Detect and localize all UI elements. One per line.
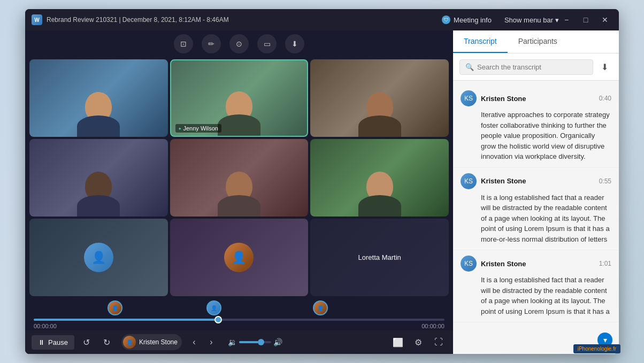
video-grid: ● Jenny Wilson bbox=[25, 57, 453, 298]
search-input-wrapper: 🔍 bbox=[459, 59, 593, 75]
face-body-4 bbox=[77, 195, 120, 217]
watermark-suffix: nologie.fr bbox=[594, 346, 616, 352]
active-dot: ● bbox=[179, 126, 181, 131]
volume-down-icon[interactable]: 🔉 bbox=[228, 338, 237, 346]
transcript-text-2: It is a long established fact that a rea… bbox=[481, 192, 611, 245]
video-feed-1 bbox=[29, 59, 168, 137]
tab-transcript[interactable]: Transcript bbox=[453, 30, 508, 53]
time-row: 00:00:00 00:00:00 bbox=[25, 322, 453, 330]
video-cell-3 bbox=[310, 59, 449, 137]
rewind-button[interactable]: ↺ bbox=[79, 334, 95, 350]
progress-row[interactable] bbox=[25, 318, 453, 322]
video-cell-7: 👤 bbox=[29, 219, 168, 296]
title-bar-right: − □ ✕ bbox=[559, 14, 612, 25]
transcript-speaker-1: Kristen Stone bbox=[481, 95, 595, 103]
transcript-header-2: KS Kristen Stone 0:55 bbox=[461, 173, 611, 189]
transcript-avatar-3: KS bbox=[461, 256, 477, 272]
avatar-8: 👤 bbox=[224, 243, 254, 272]
transcript-list: KS Kristen Stone 0:40 Iterative approach… bbox=[453, 81, 619, 354]
video-cell-5 bbox=[170, 139, 309, 217]
participant-name-jenny: ● Jenny Wilson bbox=[175, 124, 221, 133]
video-cell-loretta: Loretta Martin bbox=[310, 219, 449, 296]
volume-control: 🔉 🔊 bbox=[228, 338, 282, 346]
video-cell-jenny-wilson: ● Jenny Wilson bbox=[170, 59, 309, 137]
transcript-speaker-3: Kristen Stone bbox=[481, 260, 595, 268]
progress-thumb[interactable] bbox=[214, 316, 222, 323]
transcript-avatar-1: KS bbox=[461, 90, 477, 106]
transcript-time-3: 1:01 bbox=[599, 260, 611, 267]
controls-row: ⏸ Pause ↺ ↻ 👤 Kristen Stone ‹ › 🔉 bbox=[25, 330, 453, 354]
progress-track[interactable] bbox=[34, 319, 444, 321]
avatar-7: 👤 bbox=[84, 243, 113, 272]
video-feed-6 bbox=[310, 139, 449, 217]
video-cell-6 bbox=[310, 139, 449, 217]
face-body-3 bbox=[358, 115, 401, 137]
right-panel: Transcript Participants 🔍 ⬇ KS Kristen S… bbox=[453, 30, 619, 354]
next-button[interactable]: › bbox=[203, 334, 219, 350]
loretta-martin-label: Loretta Martin bbox=[310, 219, 449, 296]
title-bar: W Rebrand Review 210321 | December 8, 20… bbox=[25, 9, 619, 30]
jenny-wilson-label: Jenny Wilson bbox=[183, 125, 218, 132]
toolbar-row: ⊡ ✏ ⊙ ▭ ⬇ bbox=[25, 30, 453, 57]
close-button[interactable]: ✕ bbox=[597, 14, 612, 25]
record-button[interactable]: ⊙ bbox=[229, 34, 249, 53]
layout-button[interactable]: ⊡ bbox=[174, 34, 193, 53]
screen-button[interactable]: ▭ bbox=[257, 34, 277, 53]
download-video-button[interactable]: ⬇ bbox=[285, 34, 304, 53]
pause-icon: ⏸ bbox=[38, 338, 45, 346]
volume-thumb[interactable] bbox=[258, 339, 264, 345]
transcript-item-2: KS Kristen Stone 0:55 It is a long estab… bbox=[453, 168, 619, 251]
timeline-avatar-1: 👤 bbox=[108, 300, 122, 315]
speaker-name: Kristen Stone bbox=[139, 338, 178, 346]
chevron-down-icon: ▾ bbox=[555, 16, 559, 24]
speaker-avatar: 👤 bbox=[123, 336, 136, 349]
download-transcript-button[interactable]: ⬇ bbox=[596, 59, 612, 75]
panel-tabs: Transcript Participants bbox=[453, 30, 619, 53]
transcript-text-3: It is a long established fact that a rea… bbox=[481, 275, 611, 316]
minimize-button[interactable]: − bbox=[559, 14, 574, 25]
face-body-2 bbox=[218, 114, 260, 136]
transcript-avatar-2: KS bbox=[461, 173, 477, 189]
title-bar-center: 🛡 Meeting info Show menu bar ▾ bbox=[438, 13, 559, 26]
prev-button[interactable]: ‹ bbox=[186, 334, 202, 350]
video-feed-4 bbox=[29, 139, 168, 217]
transcript-time-1: 0:40 bbox=[599, 95, 611, 102]
transcript-item-1: KS Kristen Stone 0:40 Iterative approach… bbox=[453, 85, 619, 168]
face-body-6 bbox=[358, 195, 401, 217]
content-area: ⊡ ✏ ⊙ ▭ ⬇ bbox=[25, 30, 619, 354]
title-bar-left: W Rebrand Review 210321 | December 8, 20… bbox=[32, 14, 438, 25]
video-feed-5 bbox=[170, 139, 309, 217]
video-avatar-7: 👤 bbox=[29, 219, 168, 296]
tab-participants[interactable]: Participants bbox=[508, 30, 568, 53]
meeting-info-button[interactable]: 🛡 Meeting info bbox=[438, 13, 496, 26]
pause-label: Pause bbox=[48, 338, 68, 346]
search-bar: 🔍 ⬇ bbox=[453, 53, 619, 81]
transcript-header-1: KS Kristen Stone 0:40 bbox=[461, 90, 611, 106]
right-panel-inner: KS Kristen Stone 0:40 Iterative approach… bbox=[453, 81, 619, 354]
maximize-button[interactable]: □ bbox=[578, 14, 593, 25]
search-input[interactable] bbox=[477, 63, 587, 71]
nav-buttons: ‹ › bbox=[186, 334, 219, 350]
volume-up-icon[interactable]: 🔊 bbox=[273, 338, 282, 346]
face-body-1 bbox=[77, 115, 120, 137]
pause-button[interactable]: ⏸ Pause bbox=[32, 335, 74, 350]
main-window: W Rebrand Review 210321 | December 8, 20… bbox=[25, 9, 619, 354]
show-menu-label: Show menu bar bbox=[504, 16, 553, 24]
fullscreen-button[interactable]: ⛶ bbox=[431, 334, 447, 350]
transcript-text-1: Iterative approaches to corporate strate… bbox=[481, 110, 611, 162]
shield-icon: 🛡 bbox=[442, 16, 450, 24]
app-logo: W bbox=[32, 14, 42, 25]
volume-track[interactable] bbox=[239, 341, 271, 343]
settings-button[interactable]: ⚙ bbox=[410, 334, 426, 350]
volume-fill bbox=[239, 341, 258, 343]
timeline-avatars-row: 👤 👤 👤 bbox=[34, 298, 444, 318]
video-feed-3 bbox=[310, 59, 449, 137]
edit-button[interactable]: ✏ bbox=[202, 34, 221, 53]
meeting-info-label: Meeting info bbox=[454, 16, 492, 24]
video-section: ⊡ ✏ ⊙ ▭ ⬇ bbox=[25, 30, 453, 354]
captions-button[interactable]: ⬜ bbox=[390, 334, 406, 350]
start-time: 00:00:00 bbox=[34, 323, 57, 329]
show-menu-bar-button[interactable]: Show menu bar ▾ bbox=[504, 16, 559, 24]
speaker-tag: 👤 Kristen Stone bbox=[121, 334, 182, 350]
forward-button[interactable]: ↻ bbox=[99, 334, 115, 350]
